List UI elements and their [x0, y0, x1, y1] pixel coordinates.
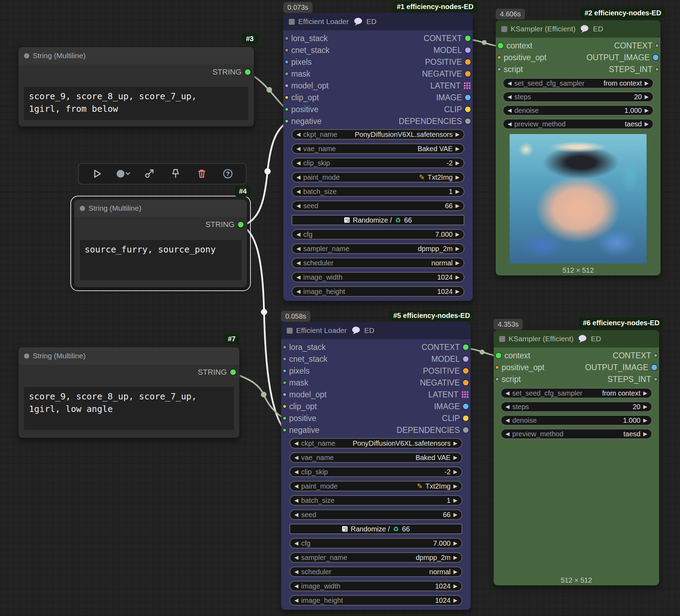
widget-row[interactable]: ◀ paint_mode ✎ Txt2Img ▶ — [289, 481, 462, 491]
decrement-arrow[interactable]: ◀ — [296, 131, 301, 138]
decrement-arrow[interactable]: ◀ — [294, 497, 299, 504]
output-slot-dot[interactable] — [465, 71, 471, 77]
increment-arrow[interactable]: ▶ — [643, 417, 647, 423]
output-slot-dot[interactable] — [463, 368, 469, 374]
widget-row[interactable]: ◀ scheduler normal ▶ — [292, 258, 464, 268]
link-dot[interactable] — [482, 40, 487, 45]
output-port[interactable]: NEGATIVE — [420, 378, 469, 388]
output-port[interactable]: IMAGE — [434, 402, 469, 411]
input-slot-dot[interactable] — [496, 353, 501, 358]
play-button[interactable] — [89, 166, 105, 182]
input-port[interactable]: cnet_stack — [285, 46, 330, 55]
increment-arrow[interactable]: ▶ — [643, 404, 647, 410]
input-port[interactable]: model_opt — [285, 81, 329, 91]
link-wire-string4-negative-5[interactable] — [241, 226, 285, 431]
increment-arrow[interactable]: ▶ — [644, 107, 649, 114]
decrement-arrow[interactable]: ◀ — [294, 569, 299, 575]
input-port[interactable]: positive_opt — [496, 363, 544, 372]
increment-arrow[interactable]: ▶ — [643, 390, 647, 396]
link-dot[interactable] — [261, 309, 267, 315]
output-port[interactable]: STEPS_INT — [609, 65, 658, 74]
output-slot-dot[interactable] — [463, 380, 469, 385]
input-port[interactable]: context — [498, 41, 532, 50]
widget-row[interactable]: ◀ vae_name Baked VAE ▶ — [289, 452, 462, 463]
widget-row[interactable]: ◀ ckpt_name PonyDiffusionV6XL.safetensor… — [289, 438, 462, 449]
increment-arrow[interactable]: ▶ — [455, 231, 459, 237]
decrement-arrow[interactable]: ◀ — [508, 94, 512, 100]
output-port[interactable]: CLIP — [444, 105, 471, 114]
increment-arrow[interactable]: ▶ — [453, 554, 457, 561]
input-slot-dot[interactable] — [498, 56, 501, 59]
input-slot-dot[interactable] — [283, 381, 286, 384]
output-slot-dot[interactable] — [464, 82, 471, 89]
link-wire-string7-positive[interactable] — [233, 373, 285, 419]
input-port[interactable]: cnet_stack — [283, 354, 327, 364]
output-slot-dot[interactable] — [465, 95, 471, 100]
output-port[interactable]: MODEL — [431, 354, 469, 364]
multiline-text-input[interactable]: score_9, score_8_up, score_7_up, 1girl, … — [24, 87, 248, 120]
output-slot-dot[interactable] — [656, 44, 658, 47]
increment-arrow[interactable]: ▶ — [453, 469, 457, 475]
node-header[interactable]: String (Multiline) — [18, 347, 239, 365]
widget-row[interactable]: ◀ image_height 1024 ▶ — [292, 286, 464, 297]
node-ksampler-2[interactable]: KSampler (Efficient) ED context CONTEXT … — [496, 20, 660, 275]
input-slot-dot[interactable] — [283, 417, 286, 420]
decrement-arrow[interactable]: ◀ — [505, 431, 510, 437]
widget-row[interactable]: ◀ batch_size 1 ▶ — [292, 186, 464, 197]
input-port[interactable]: pixels — [283, 366, 310, 376]
output-port[interactable]: STRING — [18, 365, 239, 380]
node-efficient-loader-1[interactable]: Efficient Loader ED lora_stack CONTEXT c… — [283, 13, 473, 301]
output-port[interactable]: STEPS_INT — [608, 375, 657, 384]
collapse-icon[interactable] — [499, 336, 505, 342]
increment-arrow[interactable]: ▶ — [455, 188, 459, 195]
output-port[interactable]: POSITIVE — [425, 57, 471, 67]
input-slot-dot[interactable] — [285, 49, 288, 52]
widget-row[interactable]: ◀ sampler_name dpmpp_2m ▶ — [289, 552, 462, 563]
widget-row[interactable]: ◀ image_width 1024 ▶ — [289, 581, 462, 591]
output-slot-dot[interactable] — [654, 354, 657, 357]
input-port[interactable]: model_opt — [283, 390, 326, 399]
output-port[interactable]: CONTEXT — [422, 343, 469, 352]
increment-arrow[interactable]: ▶ — [455, 160, 459, 166]
multiline-text-input[interactable]: source_furry, source_pony — [80, 240, 241, 280]
widget-row[interactable]: ◀ cfg 7.000 ▶ — [289, 538, 462, 548]
output-port[interactable]: LATENT — [431, 81, 471, 91]
decrement-arrow[interactable]: ◀ — [294, 540, 299, 546]
node-header[interactable]: String (Multiline) — [74, 200, 247, 217]
decrement-arrow[interactable]: ◀ — [294, 440, 299, 446]
widget-row[interactable]: ◀ clip_skip -2 ▶ — [289, 467, 462, 477]
output-port[interactable]: DEPENDENCIES — [399, 117, 471, 126]
output-slot-dot[interactable] — [463, 344, 469, 350]
increment-arrow[interactable]: ▶ — [643, 431, 647, 437]
increment-arrow[interactable]: ▶ — [453, 440, 457, 446]
output-port[interactable]: STRING — [18, 64, 254, 80]
widget-row[interactable]: ◀ preview_method taesd ▶ — [503, 119, 654, 129]
input-slot-dot[interactable] — [283, 405, 286, 408]
input-port[interactable]: positive_opt — [498, 53, 547, 62]
link-dot[interactable] — [261, 392, 266, 397]
widget-row[interactable]: ◀ image_height 1024 ▶ — [289, 595, 462, 606]
increment-arrow[interactable]: ▶ — [453, 597, 457, 603]
input-port[interactable]: pixels — [285, 57, 312, 67]
output-port[interactable]: MODEL — [433, 46, 471, 55]
increment-arrow[interactable]: ▶ — [453, 497, 457, 504]
increment-arrow[interactable]: ▶ — [453, 569, 457, 575]
widget-row[interactable]: ◀ steps 20 ▶ — [503, 92, 654, 102]
widget-row[interactable]: ◀ set_seed_cfg_sampler from context ▶ — [503, 78, 654, 88]
input-slot-dot[interactable] — [285, 61, 288, 63]
widget-row[interactable]: ◀ scheduler normal ▶ — [289, 567, 462, 577]
increment-arrow[interactable]: ▶ — [455, 131, 459, 138]
jump-to-node-button[interactable] — [141, 166, 157, 182]
input-slot-dot[interactable] — [498, 68, 501, 71]
output-port[interactable]: POSITIVE — [423, 366, 469, 376]
output-slot-dot[interactable] — [653, 55, 658, 60]
output-slot-dot[interactable] — [654, 378, 657, 381]
link-dot[interactable] — [264, 168, 271, 174]
decrement-arrow[interactable]: ◀ — [296, 188, 301, 195]
node-string-7[interactable]: String (Multiline) STRING score_9, score… — [18, 347, 240, 438]
link-dot[interactable] — [266, 87, 272, 93]
increment-arrow[interactable]: ▶ — [455, 245, 459, 252]
increment-arrow[interactable]: ▶ — [644, 121, 649, 127]
help-button[interactable]: ? — [220, 166, 236, 182]
decrement-arrow[interactable]: ◀ — [294, 483, 299, 489]
